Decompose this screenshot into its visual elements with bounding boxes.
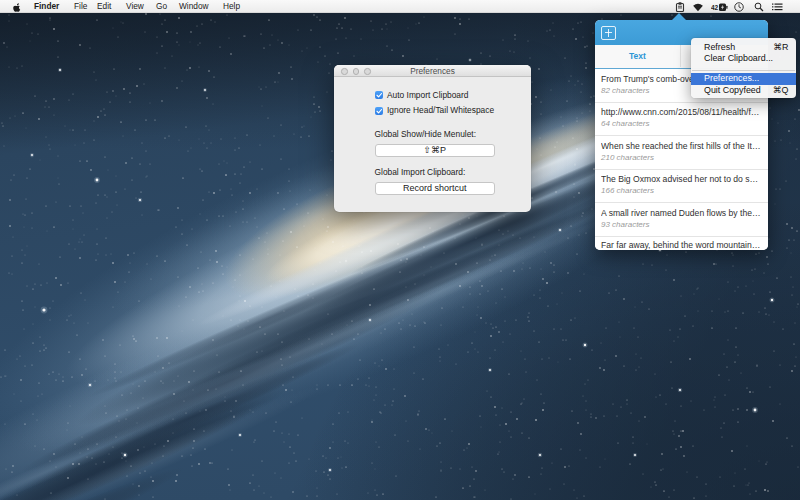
svg-text:42: 42 [711, 3, 719, 10]
